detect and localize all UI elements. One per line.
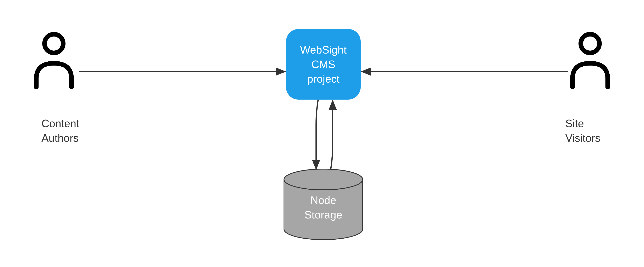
svg-marker-6 [361,67,371,76]
site-visitor-icon [567,31,613,89]
arrow-authors-to-cms [79,65,286,78]
site-visitor-label: SiteVisitors [565,116,600,145]
websight-cms-box: WebSightCMSproject [286,29,361,100]
svg-marker-8 [328,100,337,110]
arrow-visitors-to-cms [361,65,568,78]
architecture-diagram: ContentAuthors SiteVisitors WebSightCMSp… [0,0,644,267]
svg-marker-7 [312,160,320,170]
svg-point-0 [44,34,63,53]
node-storage-label: NodeStorage [282,193,365,222]
content-author-icon [31,31,77,89]
arrow-cms-to-storage [310,100,322,170]
arrow-storage-to-cms [326,100,339,170]
svg-point-1 [581,34,600,53]
content-author-label: ContentAuthors [42,116,79,145]
svg-marker-4 [276,67,286,76]
svg-point-2 [284,169,363,190]
